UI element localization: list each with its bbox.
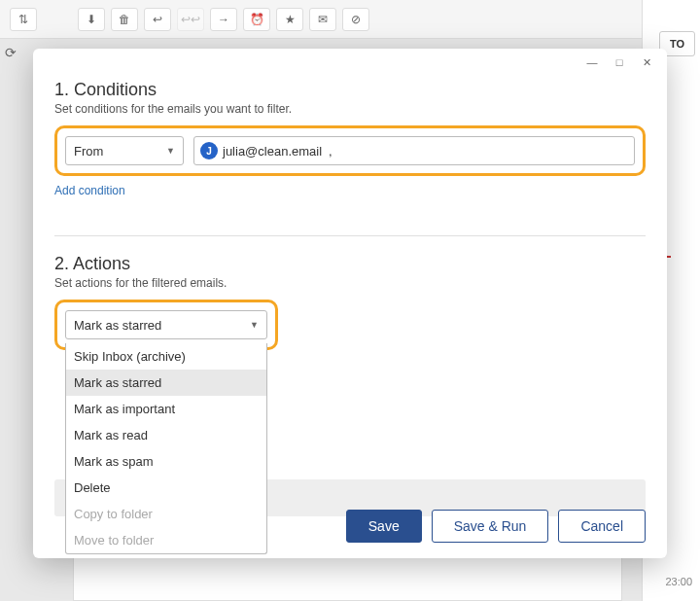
maximize-button[interactable]: □ xyxy=(612,55,626,69)
save-run-button[interactable]: Save & Run xyxy=(432,510,549,543)
star-icon: ★ xyxy=(276,8,303,31)
dropdown-item-mark-important[interactable]: Mark as important xyxy=(66,396,266,422)
dropdown-item-mark-read[interactable]: Mark as read xyxy=(66,422,266,448)
action-selected-label: Mark as starred xyxy=(74,318,161,333)
trash-icon: 🗑 xyxy=(111,8,138,31)
block-icon: ⊘ xyxy=(342,8,369,31)
mail-icon: ✉ xyxy=(309,8,336,31)
dropdown-item-skip-inbox[interactable]: Skip Inbox (archive) xyxy=(66,343,266,370)
conditions-heading: 1. Conditions xyxy=(54,80,646,100)
actions-highlight: Mark as starred ▼ Skip Inbox (archive) M… xyxy=(54,300,278,350)
download-icon: ⬇ xyxy=(78,8,105,31)
dropdown-item-delete[interactable]: Delete xyxy=(66,475,266,501)
filter-dialog: — □ ✕ 1. Conditions Set conditions for t… xyxy=(33,49,667,558)
avatar: J xyxy=(200,142,218,159)
dialog-body: 1. Conditions Set conditions for the ema… xyxy=(33,76,667,558)
reply-all-icon: ↩↩ xyxy=(177,8,204,31)
forward-icon: → xyxy=(210,8,237,31)
chevron-down-icon: ▼ xyxy=(166,146,175,156)
dropdown-item-mark-starred[interactable]: Mark as starred xyxy=(66,370,266,396)
action-select[interactable]: Mark as starred ▼ xyxy=(65,310,267,339)
action-dropdown-list: Skip Inbox (archive) Mark as starred Mar… xyxy=(65,343,267,554)
dialog-footer: Save Save & Run Cancel xyxy=(346,510,646,543)
dropdown-item-move-folder: Move to folder xyxy=(66,527,266,553)
section-divider xyxy=(54,235,646,236)
add-condition-link[interactable]: Add condition xyxy=(54,184,125,197)
conditions-subtext: Set conditions for the emails you want t… xyxy=(54,102,646,116)
condition-field-select[interactable]: From ▼ xyxy=(65,136,184,165)
reply-icon: ↩ xyxy=(144,8,171,31)
clock-icon: ⏰ xyxy=(243,8,270,31)
time-label: 23:00 xyxy=(665,576,692,587)
separator: , xyxy=(329,144,332,159)
background-toolbar: ⇅ ⬇ 🗑 ↩ ↩↩ → ⏰ ★ ✉ ⊘ xyxy=(0,0,700,39)
actions-subtext: Set actions for the filtered emails. xyxy=(54,276,646,290)
background-left-icons: ⟳ xyxy=(5,10,17,60)
email-address: julia@clean.email xyxy=(223,144,322,159)
refresh-icon: ⟳ xyxy=(5,45,17,60)
actions-heading: 2. Actions xyxy=(54,254,646,274)
condition-value-input[interactable]: J julia@clean.email , xyxy=(193,136,635,165)
conditions-highlight: From ▼ J julia@clean.email , xyxy=(54,125,646,176)
cancel-button[interactable]: Cancel xyxy=(558,510,646,543)
dialog-titlebar: — □ ✕ xyxy=(33,49,667,76)
minimize-button[interactable]: — xyxy=(585,55,599,69)
email-chip[interactable]: J julia@clean.email xyxy=(200,142,322,159)
save-button[interactable]: Save xyxy=(346,510,422,543)
chevron-down-icon: ▼ xyxy=(250,320,259,330)
close-button[interactable]: ✕ xyxy=(640,55,653,69)
condition-field-label: From xyxy=(74,144,103,159)
dropdown-item-mark-spam[interactable]: Mark as spam xyxy=(66,448,266,475)
dropdown-item-copy-folder: Copy to folder xyxy=(66,501,266,527)
